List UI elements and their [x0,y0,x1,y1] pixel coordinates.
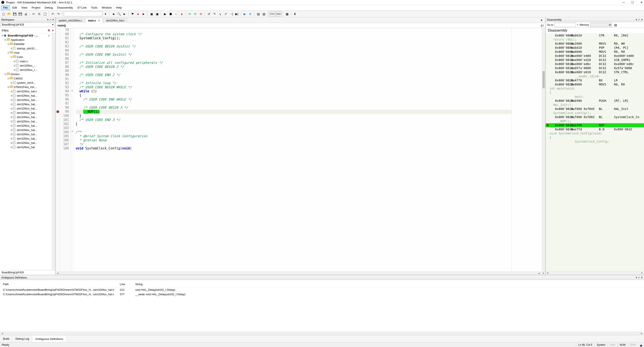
tree-item[interactable]: ⊞stm32f4xx_hal... [0,132,52,136]
fold-icon[interactable] [71,36,74,40]
tree-toggle-icon[interactable]: ⊞ [10,94,13,97]
toolbar-nav-next-icon[interactable]: ► [141,12,146,16]
code-line[interactable]: /* USER CODE END 2 */ [76,73,512,77]
tree-toggle-icon[interactable]: ⊟ [7,43,10,45]
tree-item[interactable]: ⊞stm32f4xx_hal... [0,124,52,128]
tree-toggle-icon[interactable]: ⊞ [10,112,13,114]
disasm-line[interactable]: 0x800'0832:0xbf00NOP [546,123,644,127]
code-line[interactable]: void SystemClock_Config(void) [76,146,512,150]
toolbar-download-icon[interactable]: ⬇ [292,12,298,16]
table-row[interactable]: C:\Users\christef\cubemxtst\BoardBringUp… [0,288,644,292]
toolbar-etm-icon[interactable]: ETM [269,12,275,16]
tree-item[interactable]: ⊞stm32f4xx_hal... [0,128,52,132]
code-line[interactable]: * @retval None [76,138,512,142]
tree-toggle-icon[interactable]: ⊟ [7,52,10,54]
panel-dropdown-icon[interactable]: ▾ [47,18,48,21]
disassembly-hscrollbar[interactable]: ◄► [546,272,644,275]
code-line[interactable] [76,69,512,73]
disasm-line[interactable]: 0x800'082a:0xf000 0xf845BLHAL_Init [546,107,644,111]
fold-icon[interactable] [71,98,74,102]
disasm-line[interactable]: 0x800'081c:0x05fa'0000DC320x5fa'0000 [546,66,644,70]
tree-item[interactable]: ⊟Core [0,55,52,59]
close-button[interactable]: ✕ [640,1,643,4]
fold-icon[interactable] [71,102,74,106]
disasm-tool-icon[interactable]: ▤ [613,22,618,28]
menu-st-link[interactable]: ST-Link [75,5,89,10]
tree-item[interactable]: ⊞system_stm3... [0,80,52,85]
panel-pin-icon[interactable]: ⤢ [638,18,640,21]
bottom-tab[interactable]: Debug Log [12,336,32,342]
toolbar-bp-toggle-icon[interactable]: ● [136,12,140,16]
tree-item[interactable]: ⊞stm32f4xx_hal... [0,98,52,102]
tree-item[interactable]: ⊟User [0,50,52,55]
toolbar-print-icon[interactable]: 🖨 [23,12,28,16]
toolbar-save-icon[interactable]: 💾 [12,12,17,16]
panel-close-icon[interactable]: ✕ [52,18,54,21]
code-line[interactable]: /* Infinite loop */ [76,81,512,85]
tree-item[interactable]: ⊟EWARM [0,42,52,46]
tab-close-icon[interactable]: ✕ [98,19,100,22]
code-line[interactable] [76,126,512,130]
panel-dropdown-icon[interactable]: ▾ [636,18,637,21]
toolbar-pause-icon[interactable]: ⏸ [248,12,253,16]
menu-tools[interactable]: Tools [89,5,100,10]
tree-item[interactable]: ⊞stm32f4xx_hal... [0,141,52,145]
toolbar-go2-icon[interactable]: ▶ [242,12,247,16]
fold-icon[interactable] [71,28,74,32]
fold-icon[interactable] [71,48,74,52]
bottom-tab[interactable]: Build [0,336,12,342]
editor-tab[interactable]: system_stm32f4xx.c [56,18,85,23]
toolbar-tool2-icon[interactable]: ▤ [261,12,266,16]
menu-debug[interactable]: Debug [42,5,55,10]
menu-project[interactable]: Project [30,5,42,10]
tree-toggle-icon[interactable]: ⊞ [10,138,13,140]
code-line[interactable] [76,28,512,32]
tree-item[interactable]: ⊞stm32f4xx_... [0,63,52,68]
tree-item[interactable]: ⊟STM32F4xx_HA... [0,85,52,89]
toolbar-search-combo[interactable] [64,12,102,16]
tree-toggle-icon[interactable]: ⊟ [7,86,10,88]
editor-hscrollbar[interactable]: ◄► ▼ [56,272,545,275]
code-line[interactable]: /* USER CODE END SysInit */ [76,52,512,57]
toolbar-step-into-icon[interactable]: ↘ [218,12,222,16]
toolbar-reset-icon[interactable]: ↺ [206,12,212,16]
toolbar-restart-icon[interactable]: ⟳ [187,12,192,16]
editor-tab[interactable]: stm32f4xx_hal.c [103,18,128,23]
gear-icon[interactable]: ⚙ [48,29,50,32]
tree-item[interactable]: ⊞stm32f4xx_i... [0,68,52,72]
disasm-line[interactable]: 0x800'080e:0x0000MOVSR0, R0 [546,50,644,54]
toolbar-stop-icon[interactable]: ⊘ [198,12,204,16]
toolbar-go-icon[interactable]: ⟳ [193,12,198,16]
panel-close-icon[interactable]: ✕ [641,276,643,279]
fold-icon[interactable]: ⊟ [71,130,74,134]
code-line[interactable]: /** [76,130,512,134]
toolbar-redo-icon[interactable]: ↷ [56,12,61,16]
tree-toggle-icon[interactable]: ⊞ [10,90,13,92]
code-line[interactable]: } [76,114,512,118]
code-line[interactable]: /* USER CODE END 3 */ [76,118,512,122]
tree-item[interactable]: ⊟Application [0,38,52,42]
toolbar-undo-icon[interactable]: ↶ [50,12,56,16]
bottom-hscrollbar[interactable]: ◄► [0,332,644,335]
fold-icon[interactable] [71,65,74,69]
toolbar-run-to-icon[interactable]: →| [228,12,234,16]
tree-toggle-icon[interactable]: ⊞ [10,103,13,106]
toolbar-tool1-icon[interactable]: ▤ [256,12,261,16]
fold-icon[interactable] [71,61,74,65]
fold-icon[interactable] [71,118,74,122]
panel-dropdown-icon[interactable]: ▾ [636,276,637,279]
fold-icon[interactable] [71,40,74,44]
bottom-panel-content[interactable]: PathLineString C:\Users\christef\cubemxt… [0,280,644,332]
tree-item[interactable]: ⊞stm32f4xx_hal [0,145,52,149]
code-line[interactable] [76,40,512,44]
toolbar-new-icon[interactable]: ▢ [1,12,6,16]
toolbar-nav2-icon[interactable]: ▣ [154,12,160,16]
bottom-tab[interactable]: Ambiguous Definitions [32,336,66,342]
disasm-line[interactable]: 0x800'0824:0x4770BXLR [546,78,644,82]
tree-item[interactable]: ⊞stm32f4xx_hal... [0,115,52,119]
fold-icon[interactable] [71,85,74,89]
tree-toggle-icon[interactable]: ⊟ [1,34,4,37]
fold-icon[interactable] [71,114,74,118]
memory-select[interactable] [590,23,612,27]
code-line[interactable] [76,102,512,106]
